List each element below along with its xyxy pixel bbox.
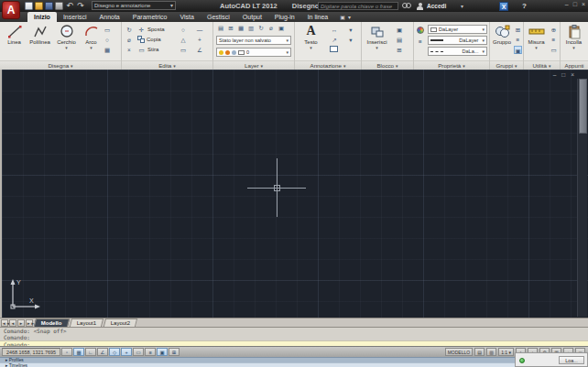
plot-icon[interactable] (55, 2, 63, 10)
chevron-down-icon[interactable]: ▾ (299, 46, 323, 50)
group-selection-icon[interactable]: ▣ (514, 46, 522, 54)
exchange-apps-icon[interactable]: X (499, 2, 508, 11)
drawing-minimize-icon[interactable]: – (553, 71, 557, 78)
last-tab-icon[interactable]: ►► (26, 319, 33, 327)
offset-icon[interactable]: ⌀ (125, 36, 134, 44)
linetype-dropdown[interactable]: DaLa... ▾ (428, 47, 487, 56)
cerchio-button[interactable]: Cerchio ▾ (54, 24, 79, 50)
polilinea-button[interactable]: Sposta Polilinea (27, 24, 52, 46)
gruppo-button[interactable]: Gruppo (491, 24, 513, 46)
tab-parametrico[interactable]: Parametrico (126, 12, 174, 22)
lwt-toggle[interactable]: ≡ (145, 348, 156, 356)
quick-view-drawings-icon[interactable]: ▥ (486, 348, 496, 356)
open-file-icon[interactable] (35, 2, 43, 10)
drawing-canvas[interactable]: – □ × Y X (0, 70, 588, 318)
drawing-close-icon[interactable]: × (571, 71, 574, 78)
panel-footer-appunti[interactable]: Appunti (561, 60, 588, 70)
sign-in-button[interactable]: Accedi (427, 3, 446, 9)
arco-button[interactable]: Arco ▾ (79, 24, 103, 50)
erase-icon[interactable]: × (125, 46, 134, 54)
tab-modello[interactable]: Modello (34, 318, 70, 327)
search-input[interactable] (318, 2, 398, 10)
tab-annota[interactable]: Annota (93, 12, 126, 22)
ellipse-tool-icon[interactable]: ○ (103, 36, 112, 44)
redo-icon[interactable]: ↷ (76, 2, 85, 10)
ortho-toggle[interactable]: ∟ (85, 348, 96, 356)
workspace-selector[interactable]: Disegno e annotazione ▾ (92, 1, 176, 10)
panel-footer-edita[interactable]: Edita▾ (122, 60, 212, 70)
panel-footer-proprieta[interactable]: Proprietà▾ (414, 60, 489, 70)
inserisci-button[interactable]: Inserisci ▾ (365, 24, 389, 50)
polar-toggle[interactable]: ∠ (97, 348, 108, 356)
layer-isolate-icon[interactable]: ▦ (236, 24, 245, 32)
layer-dropdown[interactable]: 0 ▾ (216, 48, 291, 57)
next-tab-icon[interactable]: ► (17, 319, 25, 327)
ungroup-icon[interactable]: ⊞ (514, 26, 522, 34)
misura-button[interactable]: Misura ▾ (525, 24, 548, 50)
tab-plug-in[interactable]: Plug-in (268, 12, 301, 22)
osnap-toggle[interactable]: ◇ (109, 348, 120, 356)
drawing-restore-icon[interactable]: □ (561, 71, 565, 78)
close-icon[interactable]: × (582, 1, 585, 7)
new-file-icon[interactable] (25, 2, 33, 10)
color-wheel-icon[interactable] (417, 27, 424, 34)
leader-style-icon[interactable]: ▾ (346, 36, 355, 44)
load-button[interactable]: Loa... (559, 356, 584, 364)
leader-icon[interactable]: ↗ (330, 36, 339, 44)
dim-style-icon[interactable]: ▾ (346, 26, 355, 34)
annotation-scale-button[interactable]: 1:1 ▾ (498, 348, 514, 356)
application-menu-button[interactable]: A (2, 1, 20, 19)
vertical-scrollbar[interactable] (577, 79, 587, 317)
search-icon[interactable] (402, 3, 410, 9)
trim-icon[interactable]: — (195, 26, 204, 34)
snap-toggle[interactable]: ▫ (61, 348, 72, 356)
edit-attributes-icon[interactable]: ▤ (395, 36, 404, 44)
command-window[interactable]: Comando: <Snap off> Comando: Comando: (0, 327, 588, 346)
grid-toggle[interactable]: ▦ (73, 348, 84, 356)
help-icon[interactable]: ? (522, 2, 527, 10)
sign-in-dropdown-icon[interactable]: ▾ (461, 3, 463, 9)
otrack-toggle[interactable]: + (121, 348, 132, 356)
scale-icon[interactable]: ∠ (195, 46, 204, 54)
fillet-icon[interactable]: ○ (179, 26, 188, 34)
tab-gestisci[interactable]: Gestisci (201, 12, 236, 22)
prev-tab-icon[interactable]: ◄ (9, 319, 16, 327)
quick-calc-icon[interactable]: ≡ (550, 36, 558, 44)
rotate-icon[interactable]: ↻ (125, 26, 134, 34)
chevron-down-icon[interactable]: ▾ (525, 46, 548, 50)
layer-prev-icon[interactable]: ▣ (277, 24, 286, 32)
tab-vista[interactable]: Vista (174, 12, 201, 22)
dimension-icon[interactable]: ↔ (330, 26, 339, 34)
first-tab-icon[interactable]: ◄◄ (1, 319, 8, 327)
tab-layout2[interactable]: Layout2 (103, 318, 138, 327)
sposta-button[interactable]: ✛ Sposta (137, 25, 165, 34)
model-space-button[interactable]: MODELLO (445, 348, 473, 356)
mirror-icon[interactable]: △ (179, 36, 188, 44)
color-dropdown[interactable]: DaLayer ▾ (428, 25, 487, 34)
chevron-down-icon[interactable]: ▾ (54, 46, 79, 50)
scrollbar-thumb[interactable] (579, 79, 587, 134)
tab-in-linea[interactable]: In linea (301, 12, 335, 22)
save-icon[interactable] (45, 2, 53, 10)
panel-footer-blocco[interactable]: Blocco▾ (362, 60, 413, 70)
testo-button[interactable]: A Testo ▾ (299, 24, 323, 50)
create-block-icon[interactable]: ▣ (395, 26, 404, 34)
tab-output[interactable]: Output (236, 12, 268, 22)
incolla-button[interactable]: Incolla ▾ (561, 24, 586, 50)
table-icon[interactable] (330, 46, 338, 52)
panel-footer-utilita[interactable]: Utilità▾ (524, 60, 560, 70)
hatch-tool-icon[interactable]: ▦ (103, 46, 112, 54)
tab-inizio[interactable]: Inizio (27, 12, 57, 22)
rectangle-tool-icon[interactable]: ▭ (103, 26, 112, 34)
layer-off-icon[interactable]: ⊞ (226, 24, 235, 32)
panel-footer-layer[interactable]: Layer▾ (213, 60, 294, 70)
collapsed-panel-row[interactable]: ▸ Timelines (0, 362, 588, 367)
extend-icon[interactable]: + (195, 36, 204, 44)
lineweight-list-icon[interactable]: ≡ (417, 38, 424, 46)
maximize-icon[interactable]: □ (573, 1, 577, 7)
undo-icon[interactable]: ↶ (65, 2, 74, 10)
lineweight-dropdown[interactable]: DaLayer ▾ (428, 36, 487, 45)
quick-view-layouts-icon[interactable]: ▤ (474, 348, 485, 356)
linea-button[interactable]: Linea (2, 24, 27, 46)
id-point-icon[interactable]: ⊕ (550, 26, 558, 34)
